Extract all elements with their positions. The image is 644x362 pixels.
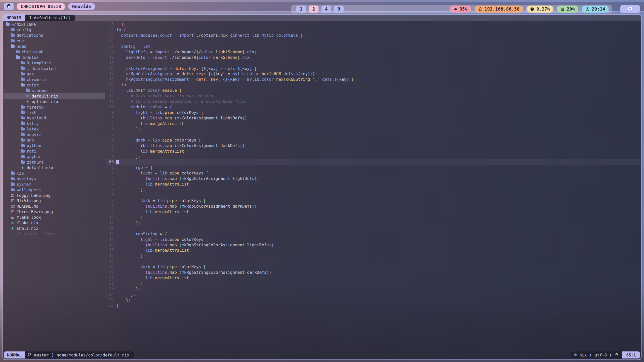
indent-guide bbox=[18, 115, 18, 121]
discord-icon bbox=[627, 6, 634, 13]
discord-launcher[interactable] bbox=[620, 5, 640, 13]
tab-label: 1 default.nix[1+] bbox=[29, 16, 70, 20]
tree-item-config[interactable]: config bbox=[4, 27, 105, 33]
folder-icon bbox=[21, 111, 26, 114]
stat-value: 0.27% bbox=[536, 7, 550, 12]
tree-item-options.nix[interactable]: ❄options.nix bbox=[4, 99, 105, 104]
tree-item-default.nix[interactable]: ❄default.nix bbox=[4, 165, 105, 170]
folder-icon bbox=[16, 51, 21, 53]
code-line: 21 config = let bbox=[106, 44, 640, 49]
folder-icon bbox=[11, 28, 16, 31]
line-content: lib.mergeAttrsList bbox=[116, 121, 184, 126]
tree-item-nixflake[interactable]: ~/NixFlake bbox=[4, 22, 105, 27]
tree-item-lib[interactable]: lib bbox=[4, 170, 105, 176]
tree-item-label: derivations bbox=[17, 33, 43, 38]
indent-guide bbox=[18, 121, 18, 126]
line-content: (builtins.map (mkRgbColorAssignment ligh… bbox=[116, 176, 259, 182]
tree-item-chromium[interactable]: chromium bbox=[4, 77, 105, 82]
line-content: mkColorAssignment = defs: key: {${key} =… bbox=[116, 66, 259, 71]
filetype-label: nix bbox=[579, 353, 587, 357]
tree-item-flake.lock[interactable]: flake.lock bbox=[4, 215, 105, 220]
tree-item-flake.nix[interactable]: ❄flake.nix bbox=[4, 220, 105, 226]
nix-file-icon: ❄ bbox=[11, 227, 16, 230]
segment-separator: ) bbox=[51, 352, 54, 358]
tree-item-home[interactable]: home bbox=[4, 44, 105, 49]
tree-item-rofi[interactable]: rofi bbox=[4, 149, 105, 154]
line-number: 65 bbox=[106, 159, 114, 165]
folder-icon bbox=[21, 150, 26, 153]
gauge-stat-pill[interactable]: 0.27% bbox=[527, 6, 553, 13]
tree-item-derivations[interactable]: derivations bbox=[4, 33, 105, 38]
tree-item-schemes[interactable]: schemes bbox=[4, 88, 105, 93]
tree-item-readme.md[interactable]: README.md bbox=[4, 204, 105, 209]
tree-item-shell.nix[interactable]: ❄shell.nix bbox=[4, 226, 105, 231]
tree-item-default.nix[interactable]: ❄default.nix bbox=[4, 93, 105, 99]
markdown-icon bbox=[11, 205, 16, 208]
code-line: 16 mkRgbColorAssignment = defs: key: {${… bbox=[106, 71, 640, 77]
line-content: }; bbox=[116, 286, 140, 292]
os-tux-icon bbox=[615, 352, 619, 357]
tree-item-three-bears.png[interactable]: Three-Bears.png bbox=[4, 209, 105, 215]
clock-stat-pill[interactable]: 20:14 bbox=[582, 6, 609, 13]
line-content: options.modules.color = import ./options… bbox=[116, 33, 305, 38]
tree-item-kitty[interactable]: kitty bbox=[4, 121, 105, 126]
tree-item-overlays[interactable]: overlays bbox=[4, 176, 105, 182]
line-number: 16 bbox=[106, 71, 114, 77]
code-line: 22 bbox=[106, 38, 640, 44]
tree-item-modules[interactable]: modules bbox=[4, 55, 105, 60]
globe-stat-pill[interactable]: 192.168.86.50 bbox=[475, 6, 523, 13]
tree-item-waybar[interactable]: waybar bbox=[4, 154, 105, 160]
volume-stat-pill[interactable]: 35% bbox=[450, 6, 471, 13]
line-content: rgb = { bbox=[116, 165, 153, 170]
line-number: 9 bbox=[106, 110, 114, 115]
mode-label: NORMAL bbox=[7, 353, 22, 357]
tree-item-nnn[interactable]: nnn bbox=[4, 138, 105, 143]
tree-item-color[interactable]: color bbox=[4, 82, 105, 88]
database-stat-pill[interactable]: 20% bbox=[557, 6, 578, 13]
desktop: { "topbar": { "host_time": "CHRISTOPH 08… bbox=[0, 0, 644, 362]
file-tree[interactable]: ~/NixFlakeconfigderivationsenvhomechrist… bbox=[4, 22, 105, 349]
tree-item-foggy-lake.png[interactable]: Foggy-Lake.png bbox=[4, 193, 105, 198]
tree-item-zathura[interactable]: zathura bbox=[4, 159, 105, 165]
tree-item-christoph[interactable]: christoph bbox=[4, 49, 105, 55]
tree-item-system[interactable]: system bbox=[4, 182, 105, 187]
code-line: 18 bbox=[106, 60, 640, 66]
editor-buffer[interactable]: 25 ];24in {23 options.modules.color = im… bbox=[106, 22, 640, 349]
tree-item-ags[interactable]: ags bbox=[4, 71, 105, 77]
tree-item-latex[interactable]: latex bbox=[4, 126, 105, 132]
tree-item-firefox[interactable]: firefox bbox=[4, 104, 105, 110]
code-line: 19 darkDefs = import ./schemes/${color.d… bbox=[106, 55, 640, 60]
line-content: in bbox=[116, 82, 126, 88]
tree-item-neovim[interactable]: neovim bbox=[4, 132, 105, 138]
tree-item-label: modules bbox=[22, 55, 38, 60]
line-number: 23 bbox=[106, 33, 114, 38]
tree-item-wallpapers[interactable]: wallpapers bbox=[4, 187, 105, 193]
tree-item-nixvim.png[interactable]: NixVim.png bbox=[4, 198, 105, 204]
code-line: 11 # to the values specified in a colors… bbox=[106, 99, 640, 104]
workspace-2[interactable]: 2 bbox=[309, 6, 318, 13]
code-line: 24 }; bbox=[106, 292, 640, 297]
linux-menu-button[interactable] bbox=[4, 3, 14, 10]
tree-item-hyprland[interactable]: hyprland bbox=[4, 115, 105, 121]
workspace-1[interactable]: 1 bbox=[296, 6, 306, 13]
indent-guide bbox=[18, 88, 18, 93]
line-number: 23 bbox=[106, 286, 114, 292]
statusline: NORMAL master ) home/modules/color/defau… bbox=[4, 351, 640, 358]
statusline-left: master ) home/modules/color/default.nix bbox=[25, 351, 134, 358]
code-line: 10 ]; bbox=[106, 215, 640, 220]
tree-item-1_deprecated[interactable]: 1_deprecated bbox=[4, 66, 105, 71]
line-content: (builtins.map (mkRgbStringColorAssignmen… bbox=[116, 270, 271, 275]
workspace-9[interactable]: 9 bbox=[334, 6, 344, 13]
code-line: 11 }; bbox=[106, 220, 640, 226]
indent-guide bbox=[18, 99, 18, 104]
tree-item-fish[interactable]: fish bbox=[4, 110, 105, 115]
tree-item-0_template[interactable]: 0_template bbox=[4, 60, 105, 66]
tab-default-nix[interactable]: 1 default.nix[1+] bbox=[25, 15, 75, 21]
tree-item-python[interactable]: python bbox=[4, 143, 105, 149]
tree-item-label: chromium bbox=[27, 77, 46, 82]
workspace-4[interactable]: 4 bbox=[321, 6, 331, 13]
tree-item-9hiddenitems[interactable]: (9 hidden items) bbox=[4, 231, 105, 237]
gauge-icon bbox=[530, 7, 534, 11]
line-number: 24 bbox=[106, 27, 114, 33]
tree-item-env[interactable]: env bbox=[4, 38, 105, 44]
